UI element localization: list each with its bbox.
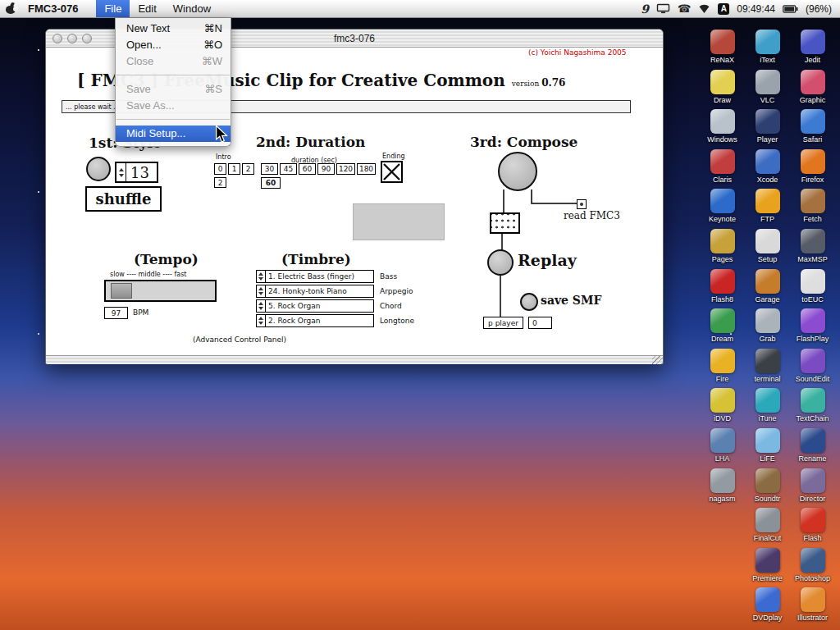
ftp-app-icon[interactable] (756, 189, 780, 213)
fetch-app-icon[interactable] (801, 189, 825, 213)
minimize-button[interactable] (67, 34, 77, 43)
desktop-icon-textchain[interactable]: TextChain (790, 388, 835, 428)
terminal-app-icon[interactable] (756, 349, 780, 373)
textchain-app-icon[interactable] (801, 388, 825, 413)
firefox-app-icon[interactable] (801, 149, 825, 174)
umenu-stepper-icon[interactable] (257, 285, 266, 297)
intro-option-0[interactable]: 0 (214, 163, 226, 175)
flashplay-app-icon[interactable] (801, 308, 825, 333)
menu-clock[interactable]: 09:49:44 (737, 3, 775, 15)
desktop-icon-flash8[interactable]: Flash8 (700, 269, 745, 309)
timbre-menu-chord[interactable]: 5. Rock Organ (256, 299, 374, 313)
rename-app-icon[interactable] (801, 428, 825, 453)
player-app-icon[interactable] (756, 109, 780, 134)
grab-app-icon[interactable] (756, 308, 780, 333)
itune-app-icon[interactable] (756, 388, 780, 413)
style-name-box[interactable]: shuffle (85, 186, 162, 212)
save-smf-button[interactable] (520, 293, 538, 311)
duration-option-60[interactable]: 60 (299, 163, 316, 175)
premiere-app-icon[interactable] (756, 548, 780, 573)
desktop-icon-flash[interactable]: Flash (790, 508, 835, 548)
replay-button[interactable] (487, 249, 514, 276)
keynote-app-icon[interactable] (710, 189, 735, 213)
duration-option-180[interactable]: 180 (357, 163, 376, 175)
timbre-menu-bass[interactable]: 1. Electric Bass (finger) (256, 270, 374, 283)
desktop-icon-finalcut[interactable]: FinalCut (745, 508, 790, 548)
desktop-icon-ftp[interactable]: FTP (745, 189, 790, 229)
battery-icon[interactable] (783, 0, 798, 17)
menu-item-new-text[interactable]: New Text⌘N (116, 21, 231, 37)
safari-app-icon[interactable] (801, 109, 825, 134)
fire-app-icon[interactable] (710, 349, 735, 373)
umenu-stepper-icon[interactable] (257, 315, 266, 326)
close-button[interactable] (52, 34, 62, 43)
style-number-stepper[interactable] (116, 163, 126, 181)
desktop-icon-renax[interactable]: ReNaX (700, 30, 745, 70)
xcode-app-icon[interactable] (756, 149, 780, 174)
desktop-icon-grab[interactable]: Grab (745, 308, 790, 349)
duration-value-box[interactable]: 60 (261, 177, 281, 189)
style-number-box[interactable]: 13 (115, 162, 158, 183)
preset-object[interactable] (490, 212, 520, 234)
desktop-icon-soundedit[interactable]: SoundEdit (790, 349, 835, 389)
setup-app-icon[interactable] (756, 229, 780, 253)
menu-item-open[interactable]: Open...⌘O (116, 37, 231, 53)
duration-option-30[interactable]: 30 (261, 163, 278, 175)
bpm-number-box[interactable]: 97 (104, 307, 128, 319)
desktop-icon-pages[interactable]: Pages (700, 229, 745, 269)
stepper-down-icon[interactable] (119, 174, 124, 177)
itext-app-icon[interactable] (756, 30, 780, 54)
finalcut-app-icon[interactable] (756, 508, 780, 532)
desktop-icon-xcode[interactable]: Xcode (745, 149, 790, 189)
displays-icon[interactable] (656, 0, 670, 17)
timbre-menu-arppegio[interactable]: 24. Honky-tonk Piano (256, 285, 374, 298)
tempo-slider-handle[interactable] (111, 283, 132, 299)
duration-option-90[interactable]: 90 (317, 163, 335, 175)
desktop-icon-setup[interactable]: Setup (745, 229, 790, 269)
desktop-icon-itext[interactable]: iText (745, 30, 790, 70)
desktop-icon-life[interactable]: LiFE (745, 428, 790, 468)
desktop-icon-keynote[interactable]: Keynote (700, 189, 745, 229)
modem-icon[interactable]: ☎ (678, 0, 691, 17)
soundedit-app-icon[interactable] (801, 349, 825, 373)
tempo-slider[interactable] (104, 280, 217, 302)
desktop-icon-fire[interactable]: Fire (700, 349, 745, 389)
life-app-icon[interactable] (756, 428, 780, 453)
desktop-icon-player[interactable]: Player (745, 109, 790, 149)
desktop-icon-director[interactable]: Director (790, 468, 835, 509)
classic-environment-icon[interactable]: 9 (641, 0, 649, 17)
graphic-app-icon[interactable] (801, 70, 825, 94)
desktop-icon-rename[interactable]: Rename (790, 428, 835, 468)
resize-grip[interactable] (652, 355, 663, 364)
desktop-icon-graphic[interactable]: Graphic (790, 70, 835, 110)
desktop-icon-safari[interactable]: Safari (790, 109, 835, 149)
desktop-icon-draw[interactable]: Draw (700, 70, 745, 110)
compose-bang-button[interactable] (498, 152, 537, 191)
desktop-icon-garage[interactable]: Garage (745, 269, 790, 309)
nagasm-app-icon[interactable] (710, 468, 735, 493)
claris-app-icon[interactable] (710, 149, 735, 174)
app-menu-title[interactable]: FMC3-076 (21, 0, 84, 17)
desktop-icon-firefox[interactable]: Firefox (790, 149, 835, 189)
style-bang-button[interactable] (86, 157, 111, 181)
director-app-icon[interactable] (801, 468, 825, 493)
duration-option-45[interactable]: 45 (280, 163, 297, 175)
draw-app-icon[interactable] (710, 70, 735, 94)
desktop-icon-photoshop[interactable]: Photoshop (790, 548, 835, 588)
apple-menu[interactable] (0, 0, 21, 17)
desktop-icon-idvd[interactable]: iDVD (700, 388, 745, 428)
desktop-icon-fetch[interactable]: Fetch (790, 189, 835, 229)
desktop-icon-illustrator[interactable]: Illustrator (790, 587, 835, 628)
menu-edit[interactable]: Edit (130, 0, 164, 17)
desktop-icon-lha[interactable]: LHA (700, 428, 745, 468)
desktop-icon-claris[interactable]: Claris (700, 149, 745, 189)
umenu-stepper-icon[interactable] (257, 300, 266, 312)
photoshop-app-icon[interactable] (801, 548, 825, 573)
duration-option-120[interactable]: 120 (336, 163, 355, 175)
desktop-icon-flashplay[interactable]: FlashPlay (790, 308, 835, 349)
desktop-icon-jedit[interactable]: Jedit (790, 30, 835, 70)
intro-option-2[interactable]: 2 (242, 163, 254, 175)
jedit-app-icon[interactable] (801, 30, 825, 54)
desktop-icon-dream[interactable]: Dream (700, 308, 745, 349)
renax-app-icon[interactable] (710, 30, 735, 54)
